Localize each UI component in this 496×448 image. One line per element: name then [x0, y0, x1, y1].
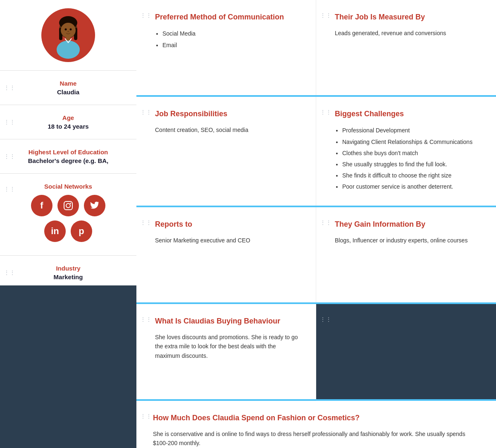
svg-point-12 [70, 203, 71, 204]
age-label: Age [8, 114, 128, 121]
job-resp-cell: Job Responsibilities Content creation, S… [136, 97, 316, 206]
grid-row-3: Reports to Senior Marketing executive an… [136, 207, 496, 304]
industry-label: Industry [8, 265, 128, 272]
name-label: Name [8, 80, 128, 87]
social-section: Social Networks f in p [0, 178, 136, 251]
svg-point-6 [70, 29, 72, 31]
industry-section: Industry Marketing [0, 260, 136, 285]
challenge-4: She usually struggles to find the full l… [342, 159, 482, 170]
twitter-icon[interactable] [84, 195, 105, 216]
job-resp-text: Content creation, SEO, social media [155, 125, 301, 134]
job-resp-title: Job Responsibilities [155, 109, 301, 119]
buying-text: She loves discounts and promotions. She … [155, 333, 301, 360]
education-section: Highest Level of Education Bachelor's de… [0, 144, 136, 169]
svg-rect-8 [66, 36, 70, 41]
preferred-comm-item-1: Social Media [162, 29, 301, 39]
svg-point-5 [65, 29, 67, 31]
age-value: 18 to 24 years [8, 123, 128, 130]
age-section: Age 18 to 24 years [0, 109, 136, 135]
social-label: Social Networks [8, 183, 128, 190]
education-value: Bachelor's degree (e.g. BA, [8, 157, 128, 164]
main-content: Preferred Method of Communication Social… [136, 0, 496, 448]
challenges-cell: Biggest Challenges Professional Developm… [316, 97, 496, 206]
challenge-3: Clothes she buys don't match [342, 148, 482, 158]
buying-cell: What Is Claudias Buying Behaviour She lo… [136, 304, 316, 399]
reports-to-cell: Reports to Senior Marketing executive an… [136, 207, 316, 302]
divider-5 [0, 255, 136, 256]
svg-point-4 [61, 23, 76, 38]
gain-info-cell: They Gain Information By Blogs, Influenc… [316, 207, 496, 302]
name-section: Name Claudia [0, 75, 136, 101]
preferred-comm-title: Preferred Method of Communication [155, 12, 301, 22]
grid-row-4: What Is Claudias Buying Behaviour She lo… [136, 304, 496, 401]
reports-to-text: Senior Marketing executive and CEO [155, 236, 301, 245]
job-measured-cell: Their Job Is Measured By Leads generated… [316, 0, 496, 95]
sidebar: Name Claudia Age 18 to 24 years Highest … [0, 0, 136, 448]
challenge-1: Professional Development [342, 125, 482, 136]
buying-title: What Is Claudias Buying Behaviour [155, 316, 301, 326]
reports-to-title: Reports to [155, 220, 301, 229]
job-measured-title: Their Job Is Measured By [335, 12, 482, 22]
challenge-6: Poor customer service is another deterre… [342, 182, 482, 192]
pinterest-icon[interactable]: p [71, 220, 92, 242]
gain-info-text: Blogs, Influencer or industry experts, o… [335, 236, 482, 245]
preferred-comm-list: Social Media Email [155, 29, 301, 50]
divider-2 [0, 105, 136, 105]
divider-1 [0, 70, 136, 71]
social-icons-row-2: in p [8, 220, 128, 242]
preferred-comm-cell: Preferred Method of Communication Social… [136, 0, 316, 95]
grid-row-2: Job Responsibilities Content creation, S… [136, 97, 496, 207]
avatar [41, 8, 95, 62]
gain-info-title: They Gain Information By [335, 220, 482, 229]
svg-point-7 [67, 31, 69, 32]
challenge-2: Navigating Client Relationships & Commun… [342, 137, 482, 147]
placeholder-cell [316, 304, 496, 399]
divider-3 [0, 139, 136, 139]
facebook-icon[interactable]: f [31, 195, 52, 216]
sidebar-bottom [0, 285, 136, 448]
instagram-icon[interactable] [57, 195, 79, 216]
grid-row-1: Preferred Method of Communication Social… [136, 0, 496, 97]
social-icons-row-1: f [8, 195, 128, 216]
divider-4 [0, 173, 136, 174]
challenges-title: Biggest Challenges [335, 109, 482, 119]
linkedin-icon[interactable]: in [44, 220, 66, 242]
challenges-list: Professional Development Navigating Clie… [335, 125, 482, 192]
footer-section: How Much Does Claudia Spend on Fashion o… [136, 401, 496, 448]
challenge-5: She finds it difficult to choose the rig… [342, 170, 482, 181]
job-measured-text: Leads generated, revenue and conversions [335, 29, 482, 38]
footer-text: She is conservative and is online to fin… [153, 429, 479, 448]
svg-rect-10 [64, 201, 72, 210]
svg-point-11 [66, 204, 70, 208]
industry-value: Marketing [8, 273, 128, 280]
footer-title: How Much Does Claudia Spend on Fashion o… [153, 413, 479, 423]
preferred-comm-item-2: Email [162, 40, 301, 50]
education-label: Highest Level of Education [8, 149, 128, 156]
name-value: Claudia [8, 89, 128, 96]
